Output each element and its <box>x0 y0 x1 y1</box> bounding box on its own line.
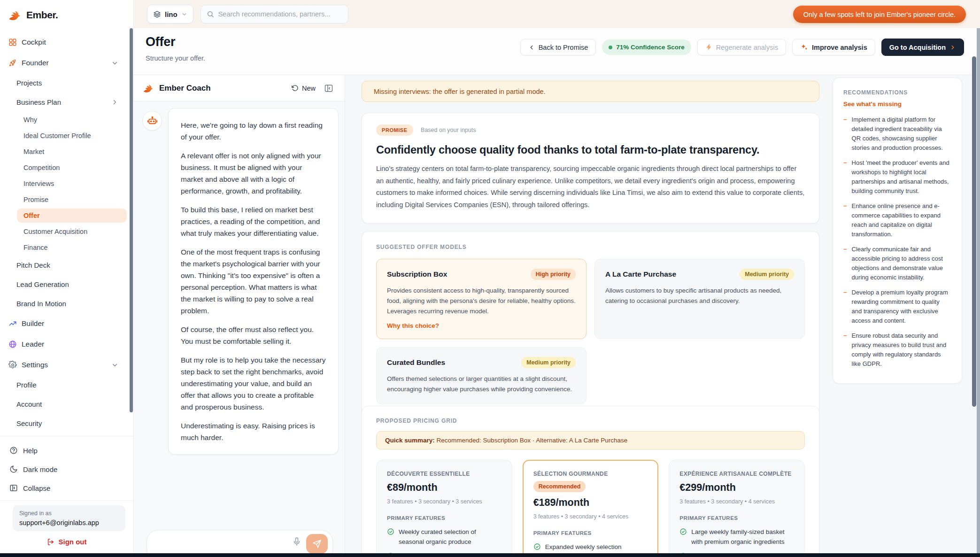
promise-card: PROMISE Based on your inputs Confidently… <box>362 113 819 224</box>
dash-bullet-icon: − <box>843 288 847 325</box>
recommendation-text: Develop a premium loyalty program reward… <box>852 288 951 325</box>
chevron-right-icon <box>949 44 956 51</box>
sidebar-item-label: Dark mode <box>23 465 57 473</box>
quick-summary-text: Recommended: Subscription Box · Alternat… <box>437 437 628 444</box>
sparkles-icon <box>800 43 808 51</box>
green-dot-icon <box>609 46 612 49</box>
sidebar-item-cockpit[interactable]: Cockpit <box>0 32 133 53</box>
sidebar-item-profile[interactable]: Profile <box>0 375 133 395</box>
sidebar-item-dark-mode[interactable]: Dark mode <box>0 460 133 479</box>
new-conversation-label: New <box>302 85 316 92</box>
model-description: Allows customers to buy specific artisan… <box>605 286 794 306</box>
recommendation-item: −Develop a premium loyalty program rewar… <box>843 288 951 325</box>
promise-badge: PROMISE <box>376 124 413 136</box>
dash-bullet-icon: − <box>843 201 847 239</box>
chat-input-box <box>147 530 333 553</box>
offer-model-curated-bundles[interactable]: Curated Bundles Medium priority Offers t… <box>376 347 586 404</box>
sidebar-item-account[interactable]: Account <box>0 395 133 414</box>
chat-input[interactable] <box>157 535 271 549</box>
sidebar-item-leader[interactable]: Leader <box>0 334 133 355</box>
tier-name: DÉCOUVERTE ESSENTIELLE <box>387 471 470 477</box>
section-label: SUGGESTED OFFER MODELS <box>376 244 805 250</box>
coach-title: Ember Coach <box>159 84 211 93</box>
page-header: Offer Structure your offer. Back to Prom… <box>134 28 980 75</box>
page-scrollbar-track[interactable] <box>977 28 980 557</box>
pricing-grid-card: PROPOSED PRICING GRID Quick summary: Rec… <box>362 406 819 557</box>
offer-model-a-la-carte[interactable]: A La Carte Purchase Medium priority Allo… <box>594 259 805 339</box>
tier-meta: 3 features • 3 secondary • 4 services <box>533 513 648 520</box>
coach-paragraph: Here, we're going to lay down a first re… <box>181 119 326 143</box>
page-title: Offer <box>146 35 175 49</box>
collapse-panel-icon[interactable] <box>324 84 333 93</box>
promo-banner-button[interactable]: Only a few spots left to join Ember's pi… <box>793 6 966 23</box>
sidebar-item-offer[interactable]: Offer <box>17 209 127 223</box>
quick-summary-banner: Quick summary: Recommended: Subscription… <box>376 431 805 449</box>
coach-header: Ember Coach New <box>134 75 345 101</box>
offer-model-grid: Subscription Box High priority Provides … <box>376 259 805 404</box>
tier-feature: Weekly curated selection of seasonal org… <box>387 527 502 547</box>
new-conversation-button[interactable]: New <box>292 85 316 92</box>
recommendation-text: Enhance online presence and e-commerce c… <box>852 201 951 239</box>
check-circle-icon <box>533 543 541 550</box>
sidebar-item-collapse[interactable]: Collapse <box>0 479 133 497</box>
sidebar-scrollbar[interactable] <box>130 28 133 412</box>
tier-feature-text: Large weekly family-sized basket with pr… <box>691 527 794 547</box>
offer-model-subscription-box[interactable]: Subscription Box High priority Provides … <box>376 259 586 339</box>
sidebar-item-help[interactable]: Help <box>0 441 133 460</box>
sidebar-item-why[interactable]: Why <box>0 112 133 128</box>
sign-out-button[interactable]: Sign out <box>0 538 133 546</box>
recommendation-text: Ensure robust data security and privacy … <box>852 331 951 369</box>
sidebar-item-builder[interactable]: Builder <box>0 313 133 334</box>
signed-in-label: Signed in as <box>19 510 119 517</box>
sign-out-label: Sign out <box>59 538 87 546</box>
section-label: PROPOSED PRICING GRID <box>376 418 805 424</box>
tier-feature-text: Weekly curated selection of seasonal org… <box>399 527 502 547</box>
coach-actions: New <box>292 84 333 93</box>
go-to-acquisition-button[interactable]: Go to Acquisition <box>881 39 964 56</box>
back-to-promise-label: Back to Promise <box>539 44 588 51</box>
confidence-score-badge: 71% Confidence Score <box>602 39 691 55</box>
tier-price: €189/month <box>533 497 648 509</box>
sidebar-item-pitch-deck[interactable]: Pitch Deck <box>0 255 133 275</box>
see-whats-missing-link[interactable]: See what's missing <box>843 101 951 108</box>
microphone-icon[interactable] <box>292 537 301 546</box>
search-input[interactable] <box>218 10 342 18</box>
back-to-promise-button[interactable]: Back to Promise <box>520 39 596 55</box>
why-this-choice-link[interactable]: Why this choice? <box>387 322 576 329</box>
sidebar-item-security[interactable]: Security <box>0 414 133 433</box>
sidebar-item-projects[interactable]: Projects <box>0 73 133 93</box>
sidebar-item-competition[interactable]: Competition <box>0 160 133 176</box>
improve-analysis-button[interactable]: Improve analysis <box>792 39 875 55</box>
pricing-tier-selection-recommended[interactable]: SÉLECTION GOURMANDE Recommended €189/mon… <box>523 460 659 557</box>
pricing-tier-experience[interactable]: EXPÉRIENCE ARTISANALE COMPLÈTE €299/mont… <box>669 460 805 557</box>
model-description: Offers themed selections or larger quant… <box>387 374 576 395</box>
sidebar-item-promise[interactable]: Promise <box>0 192 133 208</box>
sidebar-item-business-plan[interactable]: Business Plan <box>0 93 133 112</box>
sidebar-item-finance[interactable]: Finance <box>0 240 133 255</box>
app-logo[interactable]: Ember. <box>0 0 133 30</box>
sidebar-item-lead-generation[interactable]: Lead Generation <box>0 275 133 294</box>
paper-plane-icon <box>312 539 322 549</box>
sidebar-item-ideal-customer-profile[interactable]: Ideal Customer Profile <box>0 128 133 144</box>
divider <box>0 436 133 436</box>
coach-paragraph: To build this base, I relied on market b… <box>181 204 326 239</box>
workspace-selector[interactable]: lino <box>147 5 193 23</box>
coach-paragraph: Of course, the offer must also reflect y… <box>181 324 326 347</box>
priority-badge: Medium priority <box>521 357 576 368</box>
dash-bullet-icon: − <box>843 158 847 196</box>
pricing-tier-decouverte[interactable]: DÉCOUVERTE ESSENTIELLE €89/month 3 featu… <box>376 460 512 557</box>
grid-icon <box>8 38 17 46</box>
sidebar-item-market[interactable]: Market <box>0 144 133 160</box>
page-scrollbar-thumb[interactable] <box>972 56 976 407</box>
sidebar-item-label: Help <box>23 447 38 455</box>
promise-hint: Based on your inputs <box>421 127 476 133</box>
sidebar-item-label: Competition <box>23 164 60 171</box>
send-message-button[interactable] <box>306 534 328 553</box>
regenerate-analysis-button[interactable]: Regenerate analysis <box>697 39 786 55</box>
sidebar-item-customer-acquisition[interactable]: Customer Acquisition <box>0 224 133 240</box>
sidebar-item-brand-in-motion[interactable]: Brand In Motion <box>0 294 133 313</box>
sidebar-item-founder[interactable]: Founder <box>0 53 133 73</box>
sidebar-item-interviews[interactable]: Interviews <box>0 176 133 192</box>
sidebar-item-label: Account <box>16 400 42 408</box>
sidebar-item-settings[interactable]: Settings <box>0 355 133 375</box>
